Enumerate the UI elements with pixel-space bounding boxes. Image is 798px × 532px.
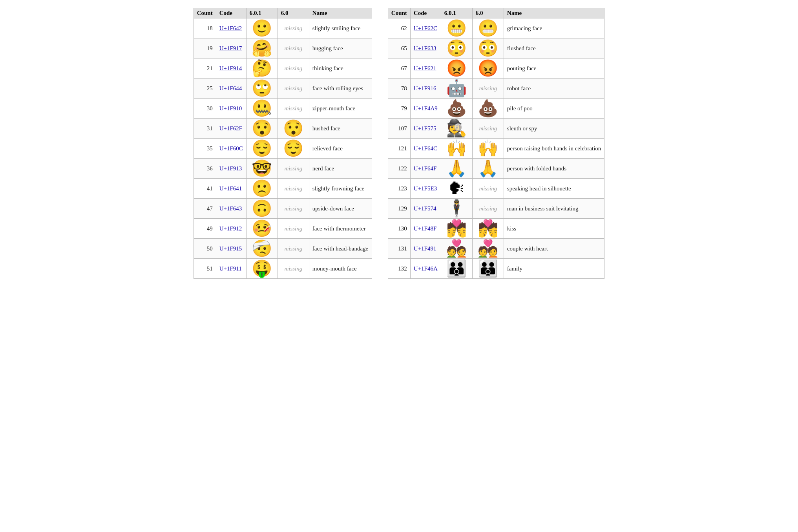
row-count: 31 — [194, 119, 216, 139]
row-emoji-60: missing — [278, 179, 309, 199]
row-count: 107 — [388, 119, 410, 139]
row-emoji-601: 💩 — [441, 99, 472, 119]
row-code[interactable]: U+1F642 — [216, 18, 246, 38]
left-th-count: Count — [194, 8, 216, 18]
left-th-601: 6.0.1 — [246, 8, 278, 18]
table-row: 19U+1F917🤗missinghugging face — [194, 38, 372, 59]
row-emoji-601: 😌 — [246, 139, 278, 159]
table-row: 123U+1F5E3🗣missingspeaking head in silho… — [388, 179, 604, 199]
row-emoji-601: 🙂 — [246, 18, 278, 38]
row-name: person with folded hands — [504, 159, 604, 179]
row-emoji-601: 🤕 — [246, 239, 278, 259]
row-code[interactable]: U+1F644 — [216, 79, 246, 99]
row-emoji-60: 💩 — [472, 99, 504, 119]
row-code[interactable]: U+1F912 — [216, 219, 246, 239]
table-row: 51U+1F911🤑missingmoney-mouth face — [194, 259, 372, 279]
row-code[interactable]: U+1F643 — [216, 199, 246, 219]
row-code[interactable]: U+1F62F — [216, 119, 246, 139]
table-row: 35U+1F60C😌😌relieved face — [194, 139, 372, 159]
row-emoji-60: 😳 — [472, 38, 504, 59]
row-code[interactable]: U+1F633 — [410, 38, 441, 59]
row-emoji-601: 🤖 — [441, 79, 472, 99]
row-code[interactable]: U+1F574 — [410, 199, 441, 219]
row-emoji-601: 👪 — [441, 259, 472, 279]
table-row: 131U+1F491💑💑couple with heart — [388, 239, 604, 259]
row-code[interactable]: U+1F913 — [216, 159, 246, 179]
row-emoji-60: 😌 — [278, 139, 309, 159]
right-th-code: Code — [410, 8, 441, 18]
row-code[interactable]: U+1F641 — [216, 179, 246, 199]
row-emoji-601: 😡 — [441, 59, 472, 79]
row-count: 131 — [388, 239, 410, 259]
table-row: 41U+1F641🙁missingslightly frowning face — [194, 179, 372, 199]
row-code[interactable]: U+1F46A — [410, 259, 441, 279]
row-emoji-601: 💑 — [441, 239, 472, 259]
row-count: 129 — [388, 199, 410, 219]
row-emoji-601: 🕴 — [441, 199, 472, 219]
row-emoji-601: 🤒 — [246, 219, 278, 239]
row-code[interactable]: U+1F916 — [410, 79, 441, 99]
table-row: 25U+1F644🙄missingface with rolling eyes — [194, 79, 372, 99]
table-row: 78U+1F916🤖missingrobot face — [388, 79, 604, 99]
row-emoji-60: 🙏 — [472, 159, 504, 179]
row-count: 130 — [388, 219, 410, 239]
row-code[interactable]: U+1F5E3 — [410, 179, 441, 199]
row-code[interactable]: U+1F4A9 — [410, 99, 441, 119]
row-code[interactable]: U+1F62C — [410, 18, 441, 38]
row-emoji-60: missing — [278, 38, 309, 59]
row-name: slightly frowning face — [309, 179, 372, 199]
table-row: 31U+1F62F😯😯hushed face — [194, 119, 372, 139]
right-th-name: Name — [504, 8, 604, 18]
row-code[interactable]: U+1F575 — [410, 119, 441, 139]
row-code[interactable]: U+1F915 — [216, 239, 246, 259]
row-name: hushed face — [309, 119, 372, 139]
row-code[interactable]: U+1F64C — [410, 139, 441, 159]
table-row: 62U+1F62C😬😬grimacing face — [388, 18, 604, 38]
row-count: 123 — [388, 179, 410, 199]
row-count: 18 — [194, 18, 216, 38]
table-row: 30U+1F910🤐missingzipper-mouth face — [194, 99, 372, 119]
table-row: 49U+1F912🤒missingface with thermometer — [194, 219, 372, 239]
row-code[interactable]: U+1F910 — [216, 99, 246, 119]
table-row: 50U+1F915🤕missingface with head-bandage — [194, 239, 372, 259]
row-code[interactable]: U+1F917 — [216, 38, 246, 59]
row-emoji-60: missing — [472, 79, 504, 99]
row-name: hugging face — [309, 38, 372, 59]
row-name: thinking face — [309, 59, 372, 79]
row-emoji-601: 🙁 — [246, 179, 278, 199]
row-emoji-60: 💏 — [472, 219, 504, 239]
row-code[interactable]: U+1F911 — [216, 259, 246, 279]
row-emoji-60: missing — [278, 99, 309, 119]
row-code[interactable]: U+1F64F — [410, 159, 441, 179]
row-code[interactable]: U+1F60C — [216, 139, 246, 159]
row-name: couple with heart — [504, 239, 604, 259]
row-count: 41 — [194, 179, 216, 199]
row-code[interactable]: U+1F621 — [410, 59, 441, 79]
table-row: 129U+1F574🕴missingman in business suit l… — [388, 199, 604, 219]
table-row: 18U+1F642🙂missingslightly smiling face — [194, 18, 372, 38]
row-count: 21 — [194, 59, 216, 79]
row-emoji-60: missing — [278, 59, 309, 79]
table-row: 79U+1F4A9💩💩pile of poo — [388, 99, 604, 119]
table-row: 130U+1F48F💏💏kiss — [388, 219, 604, 239]
row-name: kiss — [504, 219, 604, 239]
row-code[interactable]: U+1F48F — [410, 219, 441, 239]
row-code[interactable]: U+1F491 — [410, 239, 441, 259]
row-name: sleuth or spy — [504, 119, 604, 139]
row-name: family — [504, 259, 604, 279]
table-row: 107U+1F575🕵missingsleuth or spy — [388, 119, 604, 139]
row-emoji-601: 😯 — [246, 119, 278, 139]
row-name: flushed face — [504, 38, 604, 59]
row-emoji-60: missing — [278, 159, 309, 179]
row-emoji-60: missing — [472, 119, 504, 139]
row-emoji-601: 🙌 — [441, 139, 472, 159]
row-emoji-60: 💑 — [472, 239, 504, 259]
row-code[interactable]: U+1F914 — [216, 59, 246, 79]
left-th-60: 6.0 — [278, 8, 309, 18]
row-count: 62 — [388, 18, 410, 38]
row-emoji-60: 😯 — [278, 119, 309, 139]
row-emoji-60: missing — [278, 259, 309, 279]
row-count: 50 — [194, 239, 216, 259]
row-name: robot face — [504, 79, 604, 99]
left-th-code: Code — [216, 8, 246, 18]
